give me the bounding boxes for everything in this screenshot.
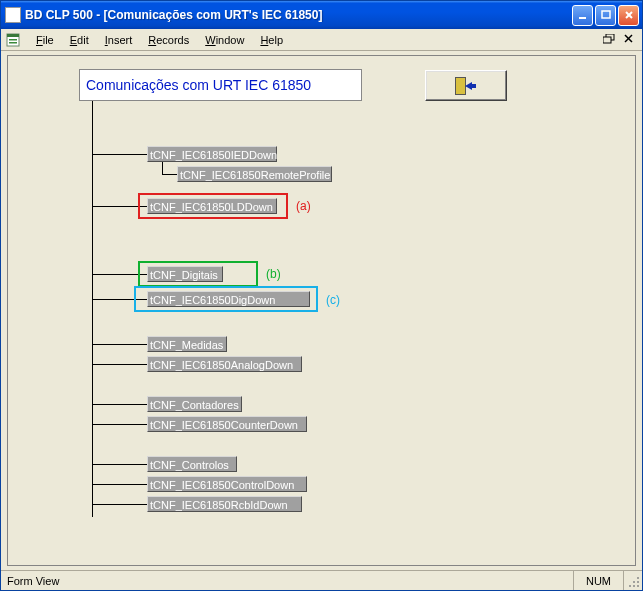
menu-help[interactable]: Help (253, 32, 290, 48)
close-icon (624, 10, 634, 20)
application-window: BD CLP 500 - [Comunicações com URT's IEC… (0, 0, 643, 591)
status-mode: Form View (1, 571, 574, 590)
minimize-button[interactable] (572, 5, 593, 26)
node-contadores[interactable]: tCNF_Contadores (147, 396, 242, 412)
mdi-restore-button[interactable] (602, 34, 616, 46)
svg-point-12 (637, 585, 639, 587)
status-numlock: NUM (574, 571, 624, 590)
menu-file-label: ile (43, 34, 54, 46)
exit-button[interactable] (425, 70, 507, 101)
svg-rect-5 (7, 34, 19, 37)
svg-rect-6 (9, 39, 17, 41)
node-dig-down[interactable]: tCNF_IEC61850DigDown (147, 291, 310, 307)
client-area: Comunicações com URT IEC 61850 tCNF_IEC6… (1, 51, 642, 570)
svg-point-16 (633, 581, 635, 583)
tree-view: tCNF_IEC61850IEDDown tCNF_IEC61850Remote… (82, 101, 625, 555)
menu-records[interactable]: Records (141, 32, 196, 48)
node-remote-profile[interactable]: tCNF_IEC61850RemoteProfile (177, 166, 332, 182)
exit-icon (455, 77, 477, 95)
statusbar: Form View NUM (1, 570, 642, 590)
titlebar[interactable]: BD CLP 500 - [Comunicações com URT's IEC… (1, 1, 642, 29)
grip-icon (628, 576, 640, 588)
tag-b: (b) (266, 267, 281, 281)
maximize-button[interactable] (595, 5, 616, 26)
svg-rect-7 (9, 42, 17, 44)
svg-point-13 (633, 585, 635, 587)
node-counter-down[interactable]: tCNF_IEC61850CounterDown (147, 416, 307, 432)
maximize-icon (601, 10, 611, 20)
menubar: File Edit Insert Records Window Help (1, 29, 642, 51)
root-node[interactable]: Comunicações com URT IEC 61850 (79, 69, 362, 101)
node-medidas[interactable]: tCNF_Medidas (147, 336, 227, 352)
menu-edit[interactable]: Edit (63, 32, 96, 48)
node-digitais[interactable]: tCNF_Digitais (147, 266, 223, 282)
node-ld-down[interactable]: tCNF_IEC61850LDDown (147, 198, 277, 214)
svg-rect-9 (603, 37, 611, 43)
menu-edit-label: dit (77, 34, 89, 46)
menu-file[interactable]: File (29, 32, 61, 48)
close-button[interactable] (618, 5, 639, 26)
node-control-down[interactable]: tCNF_IEC61850ControlDown (147, 476, 307, 492)
form-panel: Comunicações com URT IEC 61850 tCNF_IEC6… (7, 55, 636, 566)
node-analog-down[interactable]: tCNF_IEC61850AnalogDown (147, 356, 302, 372)
menu-window-label: indow (216, 34, 245, 46)
minimize-icon (578, 10, 588, 20)
menu-insert[interactable]: Insert (98, 32, 140, 48)
tag-a: (a) (296, 199, 311, 213)
window-title: BD CLP 500 - [Comunicações com URT's IEC… (25, 8, 572, 22)
svg-point-17 (637, 577, 639, 579)
resize-grip[interactable] (624, 571, 642, 590)
mdi-close-button[interactable] (622, 34, 636, 46)
menu-insert-label: nsert (108, 34, 132, 46)
node-controlos[interactable]: tCNF_Controlos (147, 456, 237, 472)
form-icon (5, 32, 21, 48)
svg-point-14 (637, 581, 639, 583)
restore-icon (603, 34, 615, 44)
menu-window[interactable]: Window (198, 32, 251, 48)
menu-records-label: ecords (156, 34, 189, 46)
node-ied-down[interactable]: tCNF_IEC61850IEDDown (147, 146, 277, 162)
menu-help-label: elp (268, 34, 283, 46)
tag-c: (c) (326, 293, 340, 307)
mdi-close-icon (624, 34, 634, 44)
svg-rect-0 (579, 17, 586, 19)
svg-point-15 (629, 585, 631, 587)
app-icon (5, 7, 21, 23)
node-rcbid-down[interactable]: tCNF_IEC61850RcbIdDown (147, 496, 302, 512)
svg-rect-1 (602, 11, 610, 18)
